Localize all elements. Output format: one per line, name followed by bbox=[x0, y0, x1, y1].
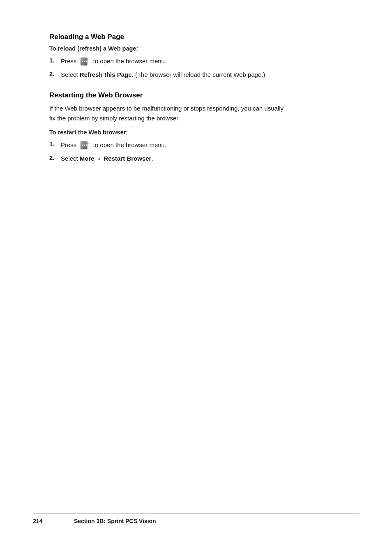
page-number: 214 bbox=[33, 518, 58, 524]
restarting-step-1: 1. Press bbox=[49, 141, 288, 150]
svg-point-6 bbox=[82, 144, 83, 145]
arrow-symbol: > bbox=[96, 156, 102, 162]
restart-step-1-content: Press bbox=[61, 141, 288, 150]
restart-step-number-1: 1. bbox=[49, 141, 61, 148]
step-1-content: Press bbox=[61, 57, 288, 66]
step-2-content: Select Refresh this Page. (The browser w… bbox=[61, 70, 288, 80]
restarting-intro: To restart the Web browser: bbox=[49, 129, 288, 136]
step-number-2: 2. bbox=[49, 70, 61, 77]
reloading-step-1: 1. Press bbox=[49, 57, 288, 66]
svg-marker-4 bbox=[86, 58, 89, 60]
step-number-1: 1. bbox=[49, 57, 61, 64]
restart-step-1-press-text: Press bbox=[61, 141, 78, 148]
menu-icon-1 bbox=[80, 57, 90, 66]
restarting-body-text: If the Web browser appears to be malfunc… bbox=[49, 104, 288, 123]
restarting-section: Restarting the Web Browser If the Web br… bbox=[49, 91, 288, 164]
svg-point-8 bbox=[86, 144, 87, 145]
step-2-bold-text: Refresh this Page bbox=[80, 71, 132, 78]
step-1-after-text: to open the browser menu. bbox=[93, 58, 166, 65]
reloading-section: Reloading a Web Page To reload (refresh)… bbox=[49, 33, 288, 80]
restart-step-2-period: . bbox=[151, 155, 153, 162]
svg-point-2 bbox=[84, 60, 85, 62]
restarting-steps: 1. Press bbox=[49, 141, 288, 164]
restart-step-2-select-text: Select bbox=[61, 155, 80, 162]
step-2-after-text: . (The browser will reload the current W… bbox=[132, 71, 265, 78]
reloading-step-2: 2. Select Refresh this Page. (The browse… bbox=[49, 70, 288, 80]
svg-point-3 bbox=[86, 60, 87, 62]
restart-step-1-after-text: to open the browser menu. bbox=[93, 141, 166, 148]
restart-step-2-content: Select More > Restart Browser. bbox=[61, 154, 288, 164]
reloading-intro: To reload (refresh) a Web page: bbox=[49, 45, 288, 52]
restart-step-2-more-text: More bbox=[80, 155, 95, 162]
menu-icon-2 bbox=[80, 141, 90, 150]
page-footer: 214 Section 3B: Sprint PCS Vision bbox=[33, 513, 359, 524]
reloading-steps: 1. Press bbox=[49, 57, 288, 80]
reloading-heading: Reloading a Web Page bbox=[49, 33, 288, 41]
restarting-heading: Restarting the Web Browser bbox=[49, 91, 288, 99]
step-1-press-text: Press bbox=[61, 58, 78, 65]
restart-step-number-2: 2. bbox=[49, 154, 61, 161]
restart-browser-text: Restart Browser bbox=[104, 155, 152, 162]
footer-section-title: Section 3B: Sprint PCS Vision bbox=[74, 518, 156, 524]
step-2-select-text: Select bbox=[61, 71, 80, 78]
svg-marker-9 bbox=[86, 141, 89, 143]
svg-point-7 bbox=[84, 144, 85, 145]
restarting-step-2: 2. Select More > Restart Browser. bbox=[49, 154, 288, 164]
svg-point-1 bbox=[82, 60, 83, 62]
